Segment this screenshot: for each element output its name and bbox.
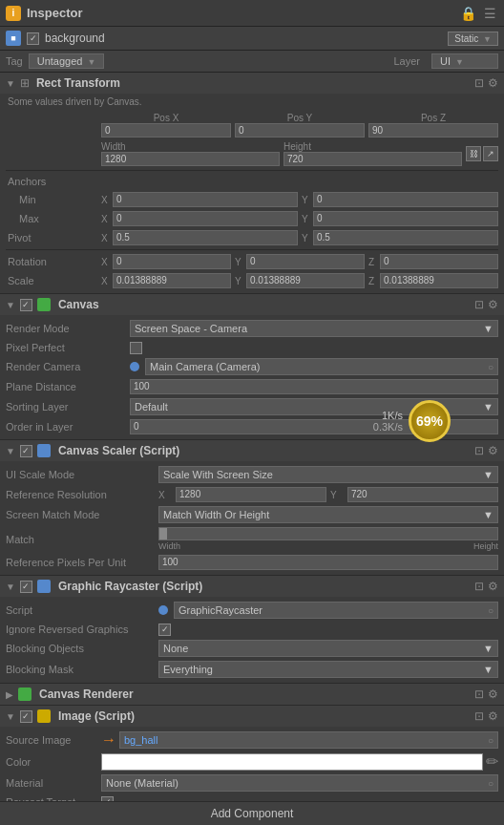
min-y-axis: Y xyxy=(302,195,311,205)
width-input[interactable]: 1280 xyxy=(101,152,280,166)
match-height-label: Height xyxy=(473,541,498,551)
static-dropdown[interactable]: Static ▼ xyxy=(448,32,498,46)
lock-icon[interactable]: 🔒 xyxy=(458,6,478,21)
color-field[interactable]: ✏ xyxy=(101,752,498,771)
scale-z-input[interactable]: 0.01388889 xyxy=(380,273,498,288)
raycaster-gear-icon[interactable]: ⚙ xyxy=(488,580,498,593)
expand-icon[interactable]: ↗ xyxy=(483,146,498,161)
tag-dropdown[interactable]: Untagged ▼ xyxy=(29,53,105,69)
material-circle[interactable]: ○ xyxy=(488,778,494,789)
canvas-scaler-icon xyxy=(37,444,51,457)
pivot-y-input[interactable]: 0.5 xyxy=(313,230,498,245)
source-image-input[interactable]: bg_hall ○ xyxy=(119,731,498,749)
renderer-gear-icon[interactable]: ⚙ xyxy=(488,688,498,701)
match-slider-thumb[interactable] xyxy=(159,528,167,539)
render-mode-dropdown[interactable]: Screen Space - Camera▼ xyxy=(130,320,498,337)
pos-y-label: Pos Y xyxy=(287,113,313,123)
camera-ref-circle[interactable]: ○ xyxy=(488,362,494,372)
perf-rates: 1K/s 0.3K/s xyxy=(373,410,403,433)
source-image-circle[interactable]: ○ xyxy=(488,735,494,746)
tag-layer-row: Tag Untagged ▼ Layer UI ▼ xyxy=(0,51,504,73)
anchors-label: Anchors xyxy=(6,176,101,187)
canvas-checkbox[interactable] xyxy=(20,299,32,311)
object-type-icon: ■ xyxy=(6,31,21,46)
blocking-mask-dropdown[interactable]: Everything▼ xyxy=(158,661,498,678)
canvas-arrow: ▼ xyxy=(6,300,15,310)
pos-x-input[interactable]: 0 xyxy=(101,123,231,138)
max-x-input[interactable]: 0 xyxy=(113,211,298,226)
ignore-reversed-checkbox[interactable]: ✓ xyxy=(158,624,171,636)
pos-y-input[interactable]: 0 xyxy=(235,123,365,138)
scale-y-input[interactable]: 0.01388889 xyxy=(246,273,365,288)
material-input[interactable]: None (Material) ○ xyxy=(101,774,498,792)
canvas-scaler-header[interactable]: ▼ Canvas Scaler (Script) ⊡ ⚙ xyxy=(0,440,504,461)
canvas-info-icon[interactable]: ⊡ xyxy=(474,298,484,311)
scale-x-input[interactable]: 0.01388889 xyxy=(113,273,231,288)
min-x-input[interactable]: 0 xyxy=(113,192,298,207)
ref-x-input[interactable]: 1280 xyxy=(176,487,326,502)
material-label: Material xyxy=(6,777,101,789)
rect-transform-header[interactable]: ▼ ⊞ Rect Transform ⊡ ⚙ xyxy=(0,73,504,94)
image-gear-icon[interactable]: ⚙ xyxy=(488,709,498,723)
image-script-header[interactable]: ▼ Image (Script) ⊡ ⚙ xyxy=(0,706,504,727)
ref-resolution-label: Reference Resolution xyxy=(6,489,158,500)
canvas-body: Render Mode Screen Space - Camera▼ Pixel… xyxy=(0,315,504,439)
object-name: background xyxy=(45,32,105,45)
canvas-header[interactable]: ▼ Canvas ⊡ ⚙ xyxy=(0,294,504,315)
script-ref[interactable]: GraphicRaycaster ○ xyxy=(158,602,498,619)
color-row: Color ✏ xyxy=(6,751,498,772)
scaler-gear-icon[interactable]: ⚙ xyxy=(488,444,498,457)
lock-ratio-icon[interactable]: ⛓ xyxy=(466,146,481,161)
scaler-info-icon[interactable]: ⊡ xyxy=(474,444,484,457)
ref-y-input[interactable]: 720 xyxy=(347,487,498,502)
rot-y-axis: Y xyxy=(235,257,244,267)
blocking-mask-label: Blocking Mask xyxy=(6,664,158,675)
rot-z-input[interactable]: 0 xyxy=(380,254,498,269)
match-slider[interactable] xyxy=(158,527,498,540)
color-picker-icon[interactable]: ✏ xyxy=(486,752,498,771)
menu-icon[interactable]: ☰ xyxy=(482,6,498,21)
color-swatch[interactable] xyxy=(101,753,483,771)
rot-x-axis: X xyxy=(101,257,111,267)
blocking-objects-dropdown[interactable]: None▼ xyxy=(158,640,498,657)
rect-info-icon[interactable]: ⊡ xyxy=(474,76,484,90)
blocking-mask-row: Blocking Mask Everything▼ xyxy=(6,659,498,680)
image-info-icon[interactable]: ⊡ xyxy=(474,709,484,723)
graphic-raycaster-header[interactable]: ▼ Graphic Raycaster (Script) ⊡ ⚙ xyxy=(0,576,504,597)
pixel-perfect-checkbox[interactable] xyxy=(130,342,142,354)
pivot-x-input[interactable]: 0.5 xyxy=(113,230,298,245)
material-field[interactable]: None (Material) ○ xyxy=(101,774,498,792)
render-camera-field[interactable]: Main Camera (Camera) ○ xyxy=(130,358,498,375)
ref-pixels-row: Reference Pixels Per Unit 100 xyxy=(6,553,498,572)
render-mode-row: Render Mode Screen Space - Camera▼ xyxy=(6,318,498,339)
height-label: Height xyxy=(284,141,462,152)
ref-pixels-input[interactable]: 100 xyxy=(158,555,498,570)
renderer-info-icon[interactable]: ⊡ xyxy=(474,688,484,701)
canvas-renderer-header[interactable]: ▶ Canvas Renderer ⊡ ⚙ xyxy=(0,684,504,705)
canvas-scaler-body: UI Scale Mode Scale With Screen Size▼ Re… xyxy=(0,461,504,575)
rot-y-input[interactable]: 0 xyxy=(246,254,365,269)
scale-z-axis: Z xyxy=(368,276,378,286)
ui-scale-mode-dropdown[interactable]: Scale With Screen Size▼ xyxy=(158,466,498,483)
raycaster-info-icon[interactable]: ⊡ xyxy=(474,580,484,593)
screen-match-dropdown[interactable]: Match Width Or Height▼ xyxy=(158,506,498,523)
source-image-field: → bg_hall ○ xyxy=(101,731,498,749)
canvas-scaler-checkbox[interactable] xyxy=(20,445,32,457)
max-y-input[interactable]: 0 xyxy=(313,211,498,226)
image-checkbox[interactable] xyxy=(20,710,32,723)
height-input[interactable]: 720 xyxy=(284,152,462,166)
max-x-axis: X xyxy=(101,214,111,224)
object-active-checkbox[interactable] xyxy=(27,32,39,45)
canvas-gear-icon[interactable]: ⚙ xyxy=(488,298,498,311)
pos-z-input[interactable]: 90 xyxy=(368,123,498,138)
performance-overlay: 1K/s 0.3K/s 69% xyxy=(373,400,451,442)
add-component-bar[interactable]: Add Component xyxy=(0,801,504,825)
camera-ref-value[interactable]: Main Camera (Camera) ○ xyxy=(145,358,498,375)
raycaster-checkbox[interactable] xyxy=(20,581,32,593)
plane-distance-input[interactable]: 100 xyxy=(130,379,498,394)
rot-x-input[interactable]: 0 xyxy=(113,254,231,269)
rect-gear-icon[interactable]: ⚙ xyxy=(488,76,498,90)
min-label: Min xyxy=(6,194,101,205)
min-y-input[interactable]: 0 xyxy=(313,192,498,207)
layer-dropdown[interactable]: UI ▼ xyxy=(431,53,498,69)
